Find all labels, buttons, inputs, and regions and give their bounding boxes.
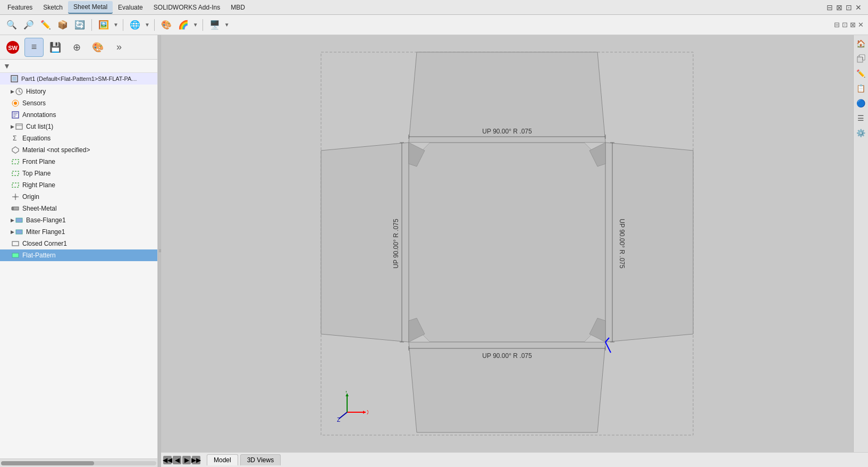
tree-item-annotations[interactable]: Annotations (0, 109, 157, 121)
view-3d-icon[interactable]: 📦 (55, 18, 70, 32)
inner-restore-icon[interactable]: ⊟ (834, 21, 840, 29)
svg-line-6 (19, 91, 21, 93)
sidebar-scrollbar[interactable] (0, 458, 157, 467)
sheet-metal-label: Sheet-Metal (22, 205, 57, 212)
svg-marker-16 (12, 147, 19, 153)
main-layout: SW ≡ 💾 ⊕ 🎨 » ▼ Part1 (Default<Flat-Patte… (0, 35, 868, 467)
flat-pattern-svg: UP 90.00° R .075 UP 90.00° R .075 UP 90.… (316, 49, 698, 438)
tab-3d-views[interactable]: 3D Views (240, 454, 281, 465)
property-manager-btn[interactable]: 💾 (46, 38, 65, 57)
axes-indicator: X Y Z (336, 391, 368, 423)
tab-model[interactable]: Model (207, 454, 238, 465)
canvas-area[interactable]: UP 90.00° R .075 UP 90.00° R .075 UP 90.… (161, 35, 868, 452)
view-dropdown[interactable]: ▼ (113, 22, 119, 28)
menu-sketch[interactable]: Sketch (38, 2, 68, 13)
menu-solidworks-addins[interactable]: SOLIDWORKS Add-Ins (148, 2, 225, 13)
svg-text:Z: Z (337, 417, 340, 423)
tree-item-cut-list[interactable]: ▶ Cut list(1) (0, 121, 157, 132)
scroll-thumb (1, 461, 94, 465)
tree-item-right-plane[interactable]: Right Plane (0, 179, 157, 191)
section-properties-icon[interactable]: ☰ (855, 112, 867, 124)
tree-item-flat-pattern[interactable]: Flat-Pattern (0, 249, 157, 261)
expand-btn[interactable]: » (109, 38, 129, 57)
inner-close-icon[interactable]: ✕ (858, 21, 864, 29)
tree-item-history[interactable]: ▶ History (0, 86, 157, 97)
nav-first-btn[interactable]: ◀◀ (163, 456, 172, 464)
inner-minimize-icon[interactable]: ⊠ (850, 21, 856, 29)
3d-view-cube-icon[interactable] (855, 52, 867, 65)
material-label: Material <not specified> (22, 146, 90, 154)
settings-icon[interactable]: ⚙️ (855, 127, 867, 139)
inner-maximize-icon[interactable]: ⊡ (842, 21, 848, 29)
minimize-icon[interactable]: ⊠ (836, 3, 842, 12)
history-expand: ▶ (11, 89, 14, 94)
zoom-icon[interactable]: 🔎 (21, 18, 36, 32)
display-manager-btn[interactable]: 🎨 (88, 38, 107, 57)
origin-label: Origin (22, 193, 39, 201)
tree-item-material[interactable]: Material <not specified> (0, 144, 157, 156)
tree-item-miter-flange[interactable]: ▶ Miter Flange1 (0, 226, 157, 238)
tree-item-sensors[interactable]: Sensors (0, 97, 157, 109)
configuration-manager-btn[interactable]: ⊕ (67, 38, 86, 57)
filter-icon: ▼ (3, 62, 11, 70)
svg-rect-24 (12, 207, 13, 210)
appearances-icon[interactable]: 🎨 (159, 18, 174, 32)
menu-features[interactable]: Features (2, 2, 38, 13)
tree-item-base-flange[interactable]: ▶ Base-Flange1 (0, 214, 157, 226)
sensors-icon (11, 98, 20, 108)
base-flange-label: Base-Flange1 (26, 216, 66, 224)
cut-list-expand: ▶ (11, 124, 14, 129)
close-icon[interactable]: ✕ (855, 3, 862, 12)
history-label: History (26, 88, 46, 95)
sheet-metal-icon (11, 204, 20, 213)
display-manager-icon[interactable]: 🖥️ (207, 18, 222, 32)
appearance-icon[interactable]: 🔵 (855, 97, 867, 110)
nav-last-btn[interactable]: ▶▶ (192, 456, 200, 464)
part-root-item[interactable]: Part1 (Default<Flat-Pattern1>SM-FLAT-PAT… (0, 73, 157, 85)
nav-next-btn[interactable]: ▶ (182, 456, 191, 464)
tree-item-closed-corner[interactable]: Closed Corner1 (0, 238, 157, 249)
rotate-icon[interactable]: ✏️ (38, 18, 53, 32)
history-icon (14, 87, 24, 96)
sep4 (203, 19, 203, 31)
svg-line-67 (339, 412, 347, 419)
nav-buttons: ◀◀ ◀ ▶ ▶▶ (163, 456, 200, 464)
maximize-icon[interactable]: ⊡ (846, 3, 852, 12)
svg-rect-27 (12, 241, 19, 246)
nav-prev-btn[interactable]: ◀ (173, 456, 181, 464)
menu-bar: Features Sketch Sheet Metal Evaluate SOL… (0, 0, 868, 15)
sidebar-toolbar: SW ≡ 💾 ⊕ 🎨 » (0, 35, 157, 60)
zoom-to-fit-icon[interactable]: 🔍 (4, 18, 19, 32)
tree-item-origin[interactable]: Origin (0, 191, 157, 203)
view-orientation-icon[interactable]: 🖼️ (96, 18, 111, 32)
miter-flange-icon (14, 227, 24, 237)
tree-item-top-plane[interactable]: Top Plane (0, 168, 157, 179)
restore-icon[interactable]: ⊟ (827, 3, 833, 12)
feature-manager-btn[interactable]: ≡ (24, 38, 44, 57)
tree-item-front-plane[interactable]: Front Plane (0, 156, 157, 168)
svg-rect-25 (16, 218, 22, 222)
sketch-icon[interactable]: ✏️ (855, 67, 867, 80)
menu-sheet-metal[interactable]: Sheet Metal (68, 1, 113, 14)
scenes-icon[interactable]: 🌈 (176, 18, 191, 32)
equations-icon: Σ (11, 134, 20, 143)
menu-evaluate[interactable]: Evaluate (113, 2, 148, 13)
base-flange-expand: ▶ (11, 218, 14, 223)
closed-corner-icon (11, 239, 20, 248)
scenes-dropdown[interactable]: ▼ (193, 22, 198, 28)
display-manager-dropdown[interactable]: ▼ (224, 22, 230, 28)
sidebar-filter: ▼ (0, 60, 157, 73)
smart-dimension-icon[interactable]: 📋 (855, 82, 867, 95)
base-flange-icon (14, 215, 24, 225)
solidworks-logo-btn[interactable]: SW (3, 38, 22, 57)
svg-rect-17 (12, 160, 19, 164)
home-view-icon[interactable]: 🏠 (855, 37, 867, 50)
svg-line-59 (605, 342, 611, 353)
display-dropdown[interactable]: ▼ (145, 22, 150, 28)
svg-rect-30 (409, 143, 605, 342)
tree-item-equations[interactable]: Σ Equations (0, 132, 157, 144)
tree-item-sheet-metal[interactable]: Sheet-Metal (0, 203, 157, 214)
menu-mbd[interactable]: MBD (225, 2, 250, 13)
display-style-icon[interactable]: 🌐 (128, 18, 142, 32)
section-view-icon[interactable]: 🔄 (72, 18, 87, 32)
